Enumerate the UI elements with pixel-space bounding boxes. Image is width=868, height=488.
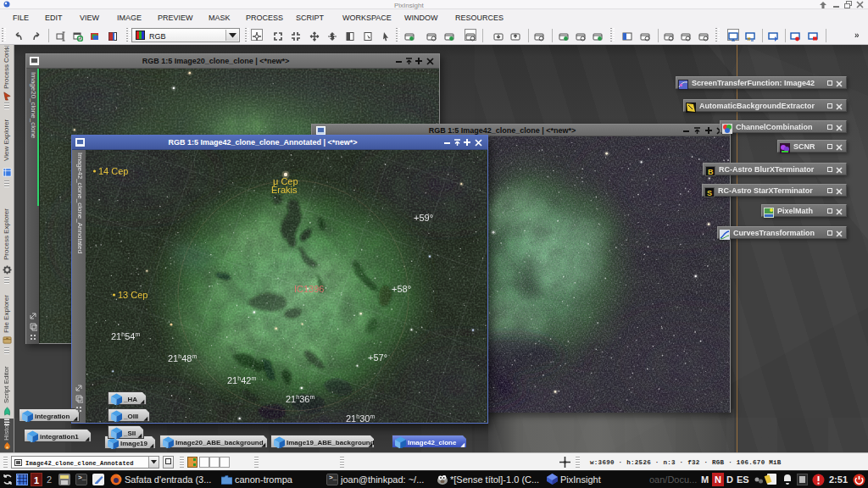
svg-text:Erakis: Erakis — [271, 185, 298, 195]
svg-text:S: S — [707, 189, 712, 197]
svg-text:IC1396: IC1396 — [294, 284, 324, 294]
svg-text:+59°: +59° — [414, 213, 433, 223]
svg-text:+58°: +58° — [392, 284, 411, 294]
svg-text:13 Cep: 13 Cep — [118, 290, 147, 300]
svg-text:14 Cep: 14 Cep — [98, 166, 128, 176]
svg-text:+57°: +57° — [368, 352, 387, 363]
svg-text:B: B — [708, 168, 714, 176]
